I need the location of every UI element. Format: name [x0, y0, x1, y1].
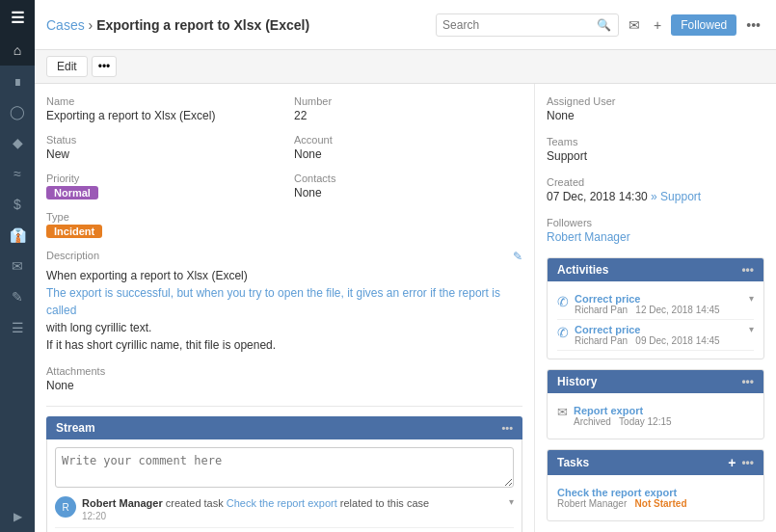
- activity-phone-icon-1: ✆: [557, 294, 569, 309]
- created-value: 07 Dec, 2018 14:30 » Support: [547, 190, 764, 203]
- created-section: Created 07 Dec, 2018 14:30 » Support: [547, 176, 764, 203]
- activities-title: Activities: [557, 263, 608, 277]
- activity-content-2: Correct price Richard Pan 09 Dec, 2018 1…: [575, 324, 749, 346]
- left-panel: Name Exporting a report to Xlsx (Excel) …: [35, 84, 535, 532]
- nav-settings[interactable]: ☰: [0, 312, 35, 343]
- activity-arrow-2[interactable]: ▾: [749, 324, 754, 334]
- nav-logo[interactable]: ☰: [0, 0, 35, 35]
- breadcrumb-cases-link[interactable]: Cases: [46, 17, 85, 33]
- nav-dollar[interactable]: $: [0, 189, 35, 220]
- task-author-1: Robert Manager: [557, 498, 627, 509]
- main-content: Cases › Exporting a report to Xlsx (Exce…: [35, 0, 776, 532]
- account-label: Account: [294, 134, 522, 146]
- status-account-group: Status New Account None: [46, 134, 522, 161]
- account-value: None: [294, 147, 522, 161]
- edit-button[interactable]: Edit: [46, 56, 88, 77]
- stream-item-2: R Robert Manager linked knowledge base a…: [55, 528, 514, 532]
- tasks-more-icon[interactable]: •••: [741, 456, 754, 469]
- nav-home[interactable]: ⌂: [0, 35, 35, 66]
- history-envelope-icon: ✉: [557, 405, 568, 419]
- activity-phone-icon-2: ✆: [557, 325, 569, 340]
- activities-body: ✆ Correct price Richard Pan 12 Dec, 2018…: [548, 281, 763, 359]
- nav-wave[interactable]: ≈: [0, 158, 35, 189]
- followed-button[interactable]: Followed: [671, 14, 736, 36]
- activity-title-1[interactable]: Correct price: [575, 293, 749, 305]
- stream-arrow-1[interactable]: ▾: [509, 496, 514, 507]
- created-link[interactable]: » Support: [651, 190, 701, 203]
- breadcrumb-separator: ›: [89, 17, 94, 33]
- stream-link-1[interactable]: Check the report export: [227, 497, 337, 509]
- description-edit-icon[interactable]: ✎: [513, 250, 522, 263]
- created-label: Created: [547, 176, 764, 188]
- history-status-1: Archived: [574, 416, 611, 427]
- followers-value[interactable]: Robert Manager: [547, 230, 630, 244]
- description-text: When exporting a report to Xlsx (Excel) …: [46, 267, 522, 354]
- search-icon[interactable]: 🔍: [597, 18, 611, 32]
- add-icon[interactable]: +: [650, 15, 665, 35]
- number-field: Number 22: [294, 95, 522, 122]
- history-more-icon[interactable]: •••: [741, 375, 754, 388]
- stream-item: R Robert Manager created task Check the …: [55, 491, 514, 528]
- nav-diamond[interactable]: ◆: [0, 127, 35, 158]
- notification-icon[interactable]: ✉: [625, 15, 644, 35]
- stream-content: Robert Manager created task Check the re…: [82, 496, 514, 521]
- teams-label: Teams: [547, 136, 764, 147]
- activity-meta-2: Richard Pan 09 Dec, 2018 14:45: [575, 335, 749, 346]
- status-field: Status New: [46, 134, 275, 161]
- account-field: Account None: [294, 134, 522, 161]
- left-navigation: ☰ ⌂ ∎ ◯ ◆ ≈ $ 👔 ✉ ✎ ☰ ▶: [0, 0, 35, 532]
- task-status-1: Not Started: [629, 498, 686, 509]
- task-meta-1: Robert Manager Not Started: [557, 498, 754, 509]
- history-panel: History ••• ✉ Report export Archived Tod…: [547, 369, 764, 439]
- history-body: ✉ Report export Archived Today 12:15: [548, 393, 763, 439]
- type-label: Type: [46, 211, 275, 223]
- avatar: R: [55, 496, 76, 518]
- activity-item-2: ✆ Correct price Richard Pan 09 Dec, 2018…: [557, 320, 754, 351]
- type-spacer: [294, 211, 522, 238]
- name-label: Name: [46, 95, 275, 107]
- stream-section: Stream ••• R Robert Manager created task…: [46, 406, 522, 532]
- comment-input[interactable]: [55, 447, 514, 488]
- toolbar-more-button[interactable]: •••: [92, 56, 118, 77]
- header-more-button[interactable]: •••: [742, 15, 764, 35]
- stream-more-icon[interactable]: •••: [501, 422, 513, 434]
- nav-briefcase[interactable]: 👔: [0, 220, 35, 251]
- history-header: History •••: [548, 370, 763, 393]
- nav-expand[interactable]: ▶: [0, 501, 35, 532]
- stream-author-1: Robert Manager: [82, 497, 163, 509]
- stream-suffix-1: related to this case: [340, 497, 429, 509]
- tasks-body: Check the report export Robert Manager N…: [548, 475, 763, 520]
- activity-title-2[interactable]: Correct price: [575, 324, 749, 335]
- history-item-1: ✉ Report export Archived Today 12:15: [557, 401, 754, 431]
- tasks-header: Tasks + •••: [548, 450, 763, 475]
- priority-label: Priority: [46, 173, 275, 184]
- contacts-value: None: [294, 186, 522, 200]
- activities-panel: Activities ••• ✆ Correct price Richard P…: [547, 257, 764, 359]
- task-title-1[interactable]: Check the report export: [557, 487, 754, 498]
- attachments-value: None: [46, 379, 522, 392]
- logo-icon: ☰: [11, 9, 24, 27]
- priority-contacts-group: Priority Normal Contacts None: [46, 173, 522, 200]
- history-title-1[interactable]: Report export: [574, 405, 754, 416]
- description-line1: When exporting a report to Xlsx (Excel): [46, 267, 522, 284]
- name-value: Exporting a report to Xlsx (Excel): [46, 109, 275, 122]
- number-label: Number: [294, 95, 522, 107]
- right-panel: Assigned User None Teams Support Created…: [535, 84, 776, 532]
- nav-circle[interactable]: ◯: [0, 96, 35, 127]
- nav-mail[interactable]: ✉: [0, 251, 35, 281]
- activities-icons: •••: [741, 263, 754, 277]
- name-field: Name Exporting a report to Xlsx (Excel): [46, 95, 275, 122]
- activity-meta-1: Richard Pan 12 Dec, 2018 14:45: [575, 305, 749, 315]
- followers-section: Followers Robert Manager: [547, 217, 764, 244]
- nav-chart[interactable]: ✎: [0, 281, 35, 312]
- tasks-add-icon[interactable]: +: [728, 455, 736, 470]
- activity-arrow-1[interactable]: ▾: [749, 293, 754, 304]
- nav-grid[interactable]: ∎: [0, 66, 35, 96]
- history-date-1: Today 12:15: [614, 416, 672, 427]
- activities-header: Activities •••: [548, 258, 763, 281]
- assigned-user-section: Assigned User None: [547, 95, 764, 122]
- activities-more-icon[interactable]: •••: [741, 263, 754, 277]
- search-input[interactable]: [442, 18, 597, 32]
- search-box: 🔍: [436, 13, 619, 37]
- attachments-section: Attachments None: [46, 365, 522, 392]
